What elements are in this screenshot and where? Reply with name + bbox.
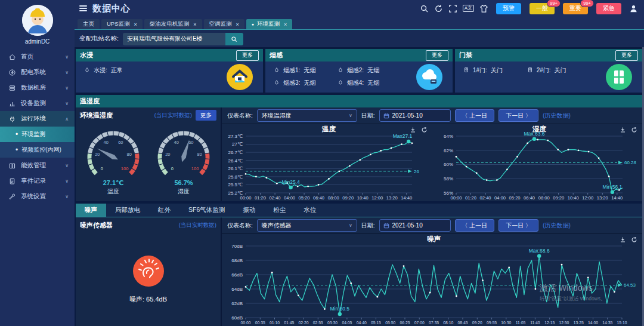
fullscreen-icon[interactable] [448, 4, 457, 13]
refresh-icon[interactable] [631, 236, 637, 243]
date-picker[interactable]: 2021-05-10 [379, 219, 451, 232]
alarm-button[interactable]: 一般99+ [530, 3, 555, 14]
close-icon[interactable]: × [236, 21, 239, 27]
svg-text:62dB: 62dB [231, 301, 243, 306]
next-day-button[interactable]: 下一日 〉 [499, 109, 538, 122]
temp-humidity-panel: 温湿度 环境温湿度 (当日实时数据) 更多 02040608010027.1℃温… [76, 95, 642, 201]
nav-tab[interactable]: 主页 [78, 19, 100, 29]
home-icon [8, 53, 16, 61]
svg-text:08:10: 08:10 [443, 321, 453, 325]
svg-text:08:00: 08:00 [538, 195, 549, 201]
more-button[interactable]: 更多 [236, 50, 259, 61]
sidebar-subitem[interactable]: •环境监测 [0, 127, 75, 142]
history-data-link[interactable]: (历史数据) [543, 112, 571, 120]
next-day-button[interactable]: 下一日 〉 [499, 219, 538, 232]
sensor-tab[interactable]: SF6气体监测 [179, 204, 234, 217]
sensor-tab[interactable]: 粉尘 [264, 204, 295, 217]
sidebar-item-label: 配电系统 [21, 68, 65, 76]
svg-text:05:20: 05:20 [299, 195, 310, 201]
sidebar-item[interactable]: 运行环境∧ [0, 111, 75, 127]
station-search-input[interactable] [123, 33, 225, 45]
refresh-icon[interactable] [434, 4, 443, 13]
alarm-button[interactable]: 预警 [496, 3, 521, 14]
prev-day-button[interactable]: 〈 上一日 [455, 219, 495, 232]
svg-text:68dB: 68dB [231, 258, 243, 263]
sensor-status-item: 水浸:正常 [84, 66, 208, 75]
svg-text:06:40: 06:40 [524, 195, 535, 201]
history-data-link[interactable]: (历史数据) [543, 222, 571, 230]
svg-text:07:00: 07:00 [414, 321, 425, 325]
prev-day-button[interactable]: 〈 上一日 [455, 109, 495, 122]
meter-name-label: 仪表名称: [227, 112, 253, 120]
download-icon[interactable] [410, 127, 416, 133]
more-button[interactable]: 更多 [615, 50, 638, 61]
meter-select[interactable]: 环境温湿度 ∨ [257, 109, 357, 122]
sidebar-item[interactable]: 设备监测∨ [0, 96, 75, 111]
svg-text:湿度: 湿度 [178, 188, 190, 195]
search-icon[interactable] [420, 4, 429, 13]
sidebar-item[interactable]: 系统设置∨ [0, 189, 75, 204]
svg-text:60%: 60% [443, 162, 453, 167]
close-icon[interactable]: × [193, 21, 196, 27]
date-picker[interactable]: 2021-05-10 [379, 109, 451, 122]
nav-tab[interactable]: UPS监测× [101, 19, 143, 29]
svg-text:10:40: 10:40 [567, 195, 578, 201]
sensor-tab[interactable]: 水位 [295, 204, 325, 217]
sidebar-subitem[interactable]: •视频监控(内网) [0, 142, 75, 158]
noise-sensor-title: 噪声传感器 [80, 221, 175, 230]
noise-ear-icon [132, 255, 165, 287]
menu-icon[interactable] [79, 5, 87, 11]
sensor-tab[interactable]: 红外 [149, 204, 179, 217]
smoke-status-icon [416, 63, 443, 91]
sensor-tab[interactable]: 噪声 [76, 204, 106, 217]
alarm-button[interactable]: 紧急 [596, 3, 621, 14]
sidebar-item[interactable]: 首页∨ [0, 49, 75, 64]
temperature-chart: 25.2℃25.5℃25.8℃26.1℃26.4℃26.7℃27℃27.3℃00… [222, 124, 432, 201]
alarm-button[interactable]: 重要99+ [563, 3, 588, 14]
sidebar-item[interactable]: 事件记录∨ [0, 173, 75, 189]
download-icon[interactable] [620, 127, 626, 133]
sensor-tab[interactable]: 振动 [234, 204, 264, 217]
svg-text:10:40: 10:40 [357, 195, 369, 201]
nav-tab[interactable]: ●环境监测× [246, 19, 293, 29]
meter-select[interactable]: 噪声传感器 ∨ [257, 219, 357, 232]
meter-select-value: 环境温湿度 [262, 112, 292, 120]
svg-text:20: 20 [165, 152, 170, 157]
nav-tab[interactable]: 柴油发电机监测× [144, 19, 202, 29]
smoke-card-body: 烟感1:无烟烟感2:无烟烟感3:无烟烟感4:无烟 [265, 61, 453, 93]
sidebar-item[interactable]: 数据机房∨ [0, 80, 75, 96]
meter-name-label: 仪表名称: [227, 222, 253, 230]
svg-text:09:20: 09:20 [553, 195, 564, 201]
translate-icon[interactable]: A文 [463, 5, 474, 12]
download-icon[interactable] [620, 236, 626, 243]
calendar-icon [383, 223, 389, 229]
svg-text:0: 0 [171, 165, 173, 171]
card-items: 1#门:关门2#门:关门 [463, 66, 587, 75]
sensor-label: 烟感1: [283, 66, 300, 75]
tab-label: 空调监测 [209, 20, 232, 28]
user-profile: adminDC [0, 0, 75, 49]
svg-text:噪声: 噪声 [427, 235, 441, 242]
svg-text:60.28: 60.28 [624, 160, 637, 165]
book-icon [8, 162, 16, 170]
temperature-gauge: 02040608010027.1℃温度 [80, 126, 147, 199]
refresh-icon[interactable] [631, 127, 637, 133]
svg-text:04:00: 04:00 [494, 195, 506, 201]
more-button[interactable]: 更多 [426, 50, 448, 61]
theme-icon[interactable] [479, 4, 488, 13]
nav-tab[interactable]: 空调监测× [204, 19, 244, 29]
refresh-icon[interactable] [421, 127, 428, 133]
humidity-gauge: 02040608010056.7%湿度 [150, 126, 217, 199]
svg-text:00:35: 00:35 [255, 321, 265, 325]
close-icon[interactable]: × [134, 21, 137, 27]
humidity-chart: 56%58%60%62%64%00:0001:2002:4004:0005:20… [432, 124, 643, 201]
svg-text:62%: 62% [443, 148, 453, 153]
user-icon[interactable] [629, 4, 638, 13]
sidebar-item[interactable]: 能效管理∨ [0, 158, 75, 173]
more-button[interactable]: 更多 [196, 110, 216, 121]
close-icon[interactable]: × [284, 21, 287, 27]
sidebar: adminDC 首页∨配电系统∨数据机房∨设备监测∨运行环境∧•环境监测•视频监… [0, 0, 75, 326]
sensor-tab[interactable]: 局部放电 [106, 204, 149, 217]
sidebar-item[interactable]: 配电系统∨ [0, 64, 75, 80]
station-search-button[interactable] [225, 33, 243, 45]
